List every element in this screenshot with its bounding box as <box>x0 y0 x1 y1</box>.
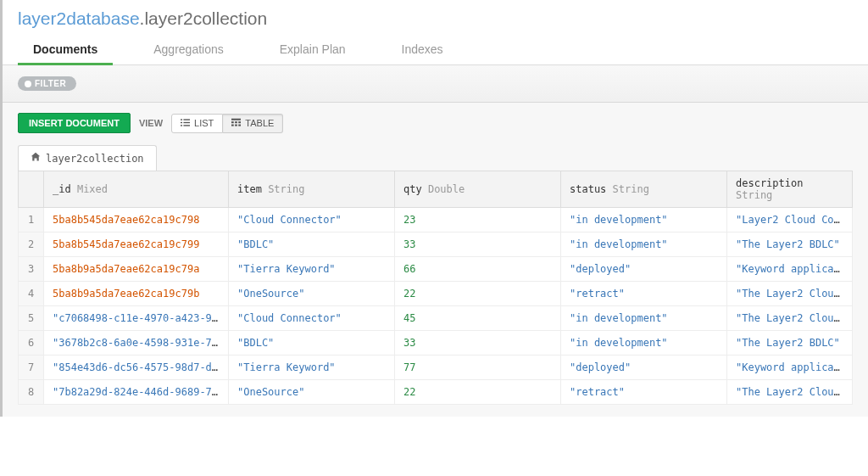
filter-bar: FILTER <box>3 65 868 103</box>
cell-status[interactable]: "retract" <box>561 380 727 405</box>
cell-item[interactable]: "Cloud Connector" <box>229 306 395 331</box>
cell-description[interactable]: "Keyword application from La <box>727 356 853 380</box>
tab-documents[interactable]: Documents <box>18 36 113 64</box>
cell-item[interactable]: "BDLC" <box>229 232 395 257</box>
table-row[interactable]: 45ba8b9a5da7eae62ca19c79b"OneSource"22"r… <box>19 282 853 306</box>
cell-description[interactable]: "Layer2 Cloud Connector" <box>727 208 853 232</box>
cell-qty[interactable]: 33 <box>395 232 561 257</box>
view-list-button[interactable]: LIST <box>171 114 223 133</box>
svg-rect-11 <box>235 124 237 126</box>
svg-rect-4 <box>181 125 182 126</box>
cell-description[interactable]: "The Layer2 Cloud" <box>727 282 853 306</box>
column-description[interactable]: description String <box>727 171 853 208</box>
view-table-label: TABLE <box>245 118 274 128</box>
collection-tab[interactable]: layer2collection <box>18 145 157 171</box>
cell-status[interactable]: "deployed" <box>561 356 727 380</box>
table-row[interactable]: 35ba8b9a5da7eae62ca19c79a"Tierra Keyword… <box>19 257 853 282</box>
cell-qty[interactable]: 33 <box>395 331 561 356</box>
cell-status[interactable]: "in development" <box>561 331 727 356</box>
cell-qty[interactable]: 22 <box>395 282 561 306</box>
cell-id[interactable]: 5ba8b9a5da7eae62ca19c79a <box>44 257 229 282</box>
view-list-label: LIST <box>194 118 214 128</box>
cell-description[interactable]: "The Layer2 Cloud" <box>727 380 853 405</box>
column-id[interactable]: _id Mixed <box>44 171 229 208</box>
list-icon <box>181 118 190 129</box>
cell-id[interactable]: 5ba8b9a5da7eae62ca19c79b <box>44 282 229 306</box>
table-row[interactable]: 25ba8b545da7eae62ca19c799"BDLC"33"in dev… <box>19 232 853 257</box>
row-number: 2 <box>19 232 44 257</box>
breadcrumb-database[interactable]: layer2database <box>18 8 140 28</box>
cell-item[interactable]: "Cloud Connector" <box>229 208 395 232</box>
cell-id[interactable]: "3678b2c8-6a0e-4598-931e-7f5e0e <box>44 331 229 356</box>
row-number: 5 <box>19 306 44 331</box>
filter-button-label: FILTER <box>35 79 66 88</box>
row-number: 1 <box>19 208 44 232</box>
column-rownum <box>19 171 44 208</box>
svg-rect-1 <box>184 119 191 120</box>
toolbar: INSERT DOCUMENT VIEW LIST TABLE <box>3 103 868 133</box>
breadcrumb: layer2database.layer2collection <box>3 0 868 36</box>
filter-dot-icon <box>25 81 31 87</box>
cell-id[interactable]: "854e43d6-dc56-4575-98d7-dc1056 <box>44 356 229 380</box>
filter-button[interactable]: FILTER <box>18 76 76 91</box>
cell-id[interactable]: 5ba8b545da7eae62ca19c798 <box>44 208 229 232</box>
svg-rect-8 <box>235 121 237 123</box>
tab-aggregations[interactable]: Aggregations <box>138 36 239 64</box>
table-row[interactable]: 5"c7068498-c11e-4970-a423-9334ef"Cloud C… <box>19 306 853 331</box>
cell-qty[interactable]: 22 <box>395 380 561 405</box>
table-row[interactable]: 8"7b82a29d-824e-446d-9689-7b7cc2"OneSour… <box>19 380 853 405</box>
cell-item[interactable]: "OneSource" <box>229 282 395 306</box>
svg-rect-5 <box>184 125 191 126</box>
row-number: 3 <box>19 257 44 282</box>
svg-rect-2 <box>181 121 182 122</box>
cell-item[interactable]: "OneSource" <box>229 380 395 405</box>
cell-status[interactable]: "in development" <box>561 306 727 331</box>
insert-document-button[interactable]: INSERT DOCUMENT <box>18 113 131 133</box>
table-container: layer2collection _id Mixed item String q… <box>3 133 868 417</box>
cell-qty[interactable]: 66 <box>395 257 561 282</box>
svg-rect-10 <box>231 124 234 126</box>
cell-qty[interactable]: 45 <box>395 306 561 331</box>
row-number: 8 <box>19 380 44 405</box>
cell-id[interactable]: "c7068498-c11e-4970-a423-9334ef <box>44 306 229 331</box>
cell-item[interactable]: "Tierra Keyword" <box>229 257 395 282</box>
cell-id[interactable]: "7b82a29d-824e-446d-9689-7b7cc2 <box>44 380 229 405</box>
filter-input[interactable] <box>83 74 853 93</box>
svg-rect-6 <box>231 118 241 120</box>
row-number: 4 <box>19 282 44 306</box>
cell-id[interactable]: 5ba8b545da7eae62ca19c799 <box>44 232 229 257</box>
column-item[interactable]: item String <box>229 171 395 208</box>
home-icon <box>31 152 41 165</box>
cell-description[interactable]: "Keyword application from La <box>727 257 853 282</box>
column-qty[interactable]: qty Double <box>395 171 561 208</box>
cell-qty[interactable]: 77 <box>395 356 561 380</box>
tab-explain-plan[interactable]: Explain Plan <box>264 36 361 64</box>
view-table-button[interactable]: TABLE <box>223 114 283 133</box>
cell-status[interactable]: "deployed" <box>561 257 727 282</box>
view-label: VIEW <box>139 118 163 128</box>
cell-status[interactable]: "retract" <box>561 282 727 306</box>
column-status[interactable]: status String <box>561 171 727 208</box>
svg-rect-12 <box>239 124 242 126</box>
view-toggle-group: LIST TABLE <box>171 114 283 133</box>
documents-table: _id Mixed item String qty Double status … <box>18 171 853 405</box>
tabs: Documents Aggregations Explain Plan Inde… <box>3 36 868 65</box>
svg-rect-9 <box>239 121 242 123</box>
table-row[interactable]: 6"3678b2c8-6a0e-4598-931e-7f5e0e"BDLC"33… <box>19 331 853 356</box>
table-row[interactable]: 15ba8b545da7eae62ca19c798"Cloud Connecto… <box>19 208 853 232</box>
table-row[interactable]: 7"854e43d6-dc56-4575-98d7-dc1056"Tierra … <box>19 356 853 380</box>
cell-qty[interactable]: 23 <box>395 208 561 232</box>
cell-item[interactable]: "Tierra Keyword" <box>229 356 395 380</box>
svg-rect-7 <box>231 121 234 123</box>
cell-status[interactable]: "in development" <box>561 232 727 257</box>
collection-tab-label: layer2collection <box>46 153 144 165</box>
row-number: 6 <box>19 331 44 356</box>
cell-description[interactable]: "The Layer2 BDLC" <box>727 232 853 257</box>
cell-description[interactable]: "The Layer2 BDLC" <box>727 331 853 356</box>
tab-indexes[interactable]: Indexes <box>387 36 459 64</box>
cell-item[interactable]: "BDLC" <box>229 331 395 356</box>
svg-rect-3 <box>184 121 191 122</box>
cell-description[interactable]: "The Layer2 Cloud Connector" <box>727 306 853 331</box>
cell-status[interactable]: "in development" <box>561 208 727 232</box>
breadcrumb-collection: .layer2collection <box>140 8 268 28</box>
